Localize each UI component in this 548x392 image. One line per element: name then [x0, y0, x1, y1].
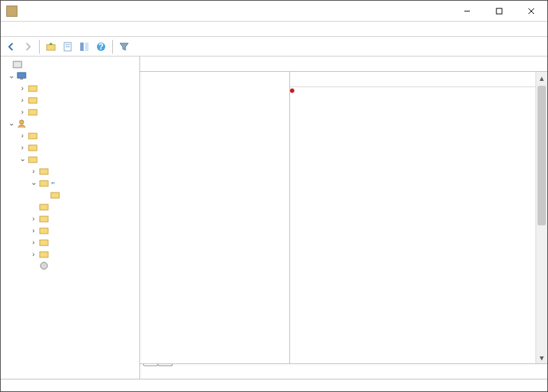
tree-pane[interactable]: ⌄ › › › ⌄ › › ⌄ › ⌄ › › › ›	[1, 56, 140, 379]
properties-button[interactable]	[60, 39, 75, 54]
svg-rect-26	[40, 216, 48, 222]
settings-list[interactable]: ▴ ▾	[290, 72, 547, 363]
tree-network[interactable]: ›	[1, 236, 139, 248]
svg-rect-15	[29, 86, 37, 91]
filter-button[interactable]	[116, 39, 132, 54]
close-button[interactable]	[515, 1, 547, 21]
svg-rect-19	[29, 133, 37, 139]
svg-rect-23	[40, 181, 48, 186]
path-bar	[140, 56, 547, 72]
settings-icon	[38, 261, 50, 271]
svg-rect-25	[40, 204, 48, 210]
folder-icon	[27, 83, 38, 93]
scroll-thumb[interactable]	[538, 86, 546, 225]
menu-file[interactable]	[3, 28, 15, 31]
folder-icon	[27, 107, 38, 116]
svg-rect-29	[40, 252, 48, 257]
minimize-button[interactable]	[451, 1, 483, 21]
tree-user-admin[interactable]: ⌄	[1, 153, 139, 165]
svg-rect-21	[29, 157, 37, 163]
tree-start-menu[interactable]: ⌄	[1, 176, 139, 188]
help-button[interactable]: ?	[93, 39, 109, 54]
svg-text:?: ?	[98, 42, 103, 52]
folder-icon	[38, 166, 50, 176]
separator	[112, 40, 113, 54]
tree-user-conf[interactable]: ⌄	[1, 117, 139, 129]
svg-rect-22	[40, 169, 48, 174]
main-area: ⌄ › › › ⌄ › › ⌄ › ⌄ › › › ›	[1, 56, 547, 379]
tree-comp-win-sub[interactable]: ›	[1, 165, 139, 176]
right-pane: ▴ ▾	[140, 56, 547, 379]
menu-action[interactable]	[15, 28, 26, 31]
tree-root[interactable]	[1, 58, 139, 70]
scroll-up-icon[interactable]: ▴	[536, 72, 547, 84]
tab-extended[interactable]	[143, 364, 158, 366]
folder-icon	[50, 190, 61, 199]
menu-view[interactable]	[26, 28, 37, 31]
svg-rect-1	[496, 8, 502, 14]
folder-icon	[38, 225, 50, 235]
folder-icon	[38, 202, 50, 211]
tree-all-params[interactable]	[1, 259, 139, 271]
svg-rect-24	[51, 193, 59, 198]
tree-comp-conf[interactable]: ⌄	[1, 70, 139, 82]
policy-icon	[12, 59, 23, 69]
svg-point-30	[40, 262, 47, 269]
svg-rect-8	[80, 43, 84, 51]
folder-icon	[38, 237, 50, 247]
folder-icon	[38, 178, 50, 188]
folder-icon	[38, 213, 50, 223]
titlebar	[1, 1, 547, 22]
tree-user-win[interactable]: ›	[1, 141, 139, 153]
svg-rect-28	[40, 240, 48, 246]
tree-ctrl-panel[interactable]: ›	[1, 212, 139, 224]
highlight-box	[290, 89, 294, 93]
scroll-down-icon[interactable]: ▾	[536, 352, 547, 363]
refresh-button[interactable]	[77, 39, 92, 54]
svg-rect-13	[17, 73, 26, 78]
tree-comp-admin[interactable]: ›	[1, 105, 139, 117]
folder-icon	[27, 154, 38, 164]
menubar	[1, 22, 547, 37]
tree-desktop[interactable]: ›	[1, 224, 139, 236]
app-icon	[6, 6, 17, 17]
tree-comp-win[interactable]: ›	[1, 93, 139, 105]
separator	[39, 40, 40, 54]
back-button[interactable]	[3, 39, 19, 54]
svg-rect-9	[85, 43, 89, 51]
svg-rect-17	[29, 110, 37, 115]
forward-button[interactable]	[20, 39, 36, 54]
scrollbar[interactable]: ▴ ▾	[535, 72, 547, 363]
svg-rect-12	[13, 61, 22, 68]
svg-point-18	[20, 120, 24, 124]
folder-icon	[27, 95, 38, 105]
tree-user-prog[interactable]: ›	[1, 129, 139, 141]
tab-standard[interactable]	[158, 364, 173, 366]
toolbar: ?	[1, 37, 547, 56]
tree-notifications[interactable]	[1, 188, 139, 200]
svg-rect-4	[47, 45, 55, 50]
computer-icon	[16, 71, 27, 81]
maximize-button[interactable]	[483, 1, 515, 21]
up-button[interactable]	[43, 39, 59, 54]
tree-shared[interactable]	[1, 200, 139, 212]
tree-system[interactable]: ›	[1, 248, 139, 259]
svg-rect-27	[40, 228, 48, 234]
svg-rect-20	[29, 145, 37, 151]
tabs	[140, 363, 547, 379]
svg-rect-14	[20, 78, 23, 80]
menu-help[interactable]	[37, 28, 48, 31]
folder-icon	[38, 249, 50, 259]
details-pane	[140, 72, 290, 363]
tree-comp-prog[interactable]: ›	[1, 82, 139, 93]
folder-icon	[27, 130, 38, 140]
status-bar	[1, 379, 547, 392]
column-header[interactable]	[290, 72, 547, 87]
user-icon	[16, 119, 27, 128]
svg-rect-16	[29, 98, 37, 103]
folder-icon	[27, 142, 38, 152]
